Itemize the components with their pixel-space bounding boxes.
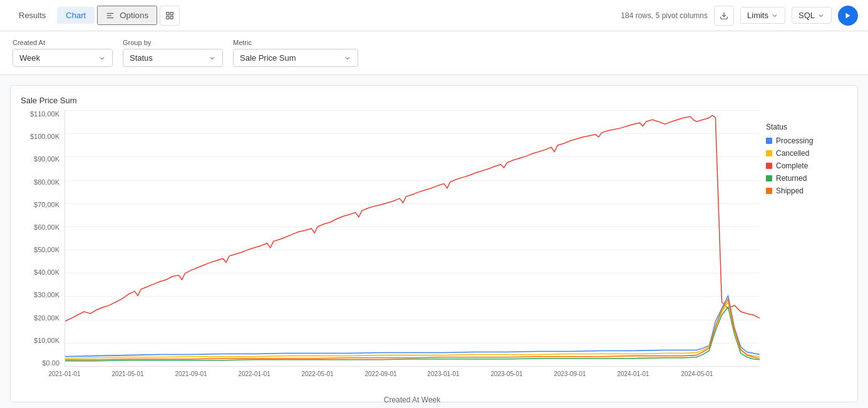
y-axis: $110,00K $100,00K $90,00K $80,00K $70,00… bbox=[21, 110, 65, 367]
x-axis-label: Created At Week bbox=[65, 395, 760, 404]
created-at-select[interactable]: Week bbox=[13, 49, 113, 67]
y-label-60: $60,00K bbox=[34, 223, 59, 231]
y-label-70: $70,00K bbox=[34, 201, 59, 208]
tab-group: Results Chart Options bbox=[10, 6, 180, 26]
cancelled-label: Cancelled bbox=[776, 149, 809, 158]
metric-chevron-icon bbox=[344, 54, 351, 62]
y-label-0: $0.00 bbox=[42, 359, 59, 367]
y-label-50: $50,00K bbox=[34, 246, 59, 253]
x-label-2022-01: 2022-01-01 bbox=[238, 370, 270, 377]
complete-line bbox=[65, 115, 760, 321]
group-by-chevron-icon bbox=[209, 54, 216, 62]
sql-label: SQL bbox=[798, 11, 815, 20]
run-icon bbox=[844, 12, 852, 19]
x-label-2023-01: 2023-01-01 bbox=[427, 370, 459, 377]
group-by-filter: Group by Status bbox=[123, 39, 223, 67]
run-btn[interactable] bbox=[838, 6, 858, 26]
legend-shipped: Shipped bbox=[766, 186, 847, 195]
options-label: Options bbox=[120, 11, 148, 20]
y-label-40: $40,00K bbox=[34, 268, 59, 276]
processing-line bbox=[65, 296, 760, 357]
metric-select[interactable]: Sale Price Sum bbox=[233, 49, 358, 67]
chart-svg bbox=[65, 110, 760, 366]
legend-complete: Complete bbox=[766, 161, 847, 170]
x-label-2022-05: 2022-05-01 bbox=[301, 370, 333, 377]
y-label-20: $20,00K bbox=[34, 314, 59, 322]
rows-info: 184 rows, 5 pivot columns bbox=[621, 11, 708, 20]
returned-dot bbox=[766, 175, 772, 181]
metric-filter: Metric Sale Price Sum bbox=[233, 39, 358, 67]
limits-chevron-icon bbox=[771, 12, 778, 19]
x-label-2022-09: 2022-09-01 bbox=[364, 370, 396, 377]
cancelled-dot bbox=[766, 150, 772, 156]
group-by-label: Group by bbox=[123, 39, 223, 46]
processing-label: Processing bbox=[776, 136, 813, 145]
y-label-30: $30,00K bbox=[34, 291, 59, 298]
compare-icon-btn[interactable] bbox=[160, 6, 180, 26]
y-label-110: $110,00K bbox=[30, 110, 59, 118]
download-icon bbox=[720, 11, 728, 20]
created-at-chevron-icon bbox=[98, 54, 106, 62]
legend-returned: Returned bbox=[766, 174, 847, 183]
svg-rect-4 bbox=[170, 12, 173, 14]
chart-title: Sale Price Sum bbox=[21, 96, 847, 105]
y-label-90: $90,00K bbox=[34, 155, 59, 163]
x-label-2021-05: 2021-05-01 bbox=[111, 370, 143, 377]
y-label-100: $100,00K bbox=[30, 133, 59, 140]
shipped-dot bbox=[766, 188, 772, 194]
metric-label: Metric bbox=[233, 39, 358, 46]
top-right: 184 rows, 5 pivot columns Limits SQL bbox=[621, 6, 858, 26]
plot-area bbox=[65, 110, 760, 367]
returned-label: Returned bbox=[776, 174, 807, 183]
download-btn[interactable] bbox=[714, 6, 734, 26]
filters-bar: Created At Week Group by Status Metric S… bbox=[0, 31, 868, 75]
svg-rect-6 bbox=[170, 16, 173, 19]
tab-options[interactable]: Options bbox=[97, 6, 157, 25]
svg-rect-5 bbox=[167, 16, 169, 19]
y-label-10: $10,00K bbox=[34, 337, 59, 344]
sql-btn[interactable]: SQL bbox=[792, 7, 832, 24]
group-by-select[interactable]: Status bbox=[123, 49, 223, 67]
legend: Status Processing Cancelled Complete Ret… bbox=[766, 123, 847, 199]
chart-area: $110,00K $100,00K $90,00K $80,00K $70,00… bbox=[21, 110, 847, 392]
compare-icon bbox=[165, 11, 174, 20]
legend-title: Status bbox=[766, 123, 847, 131]
created-at-label: Created At bbox=[13, 39, 113, 46]
shipped-label: Shipped bbox=[776, 186, 803, 195]
svg-marker-8 bbox=[846, 13, 850, 18]
svg-rect-3 bbox=[167, 12, 169, 14]
x-label-2023-09: 2023-09-01 bbox=[554, 370, 586, 377]
legend-processing: Processing bbox=[766, 136, 847, 145]
tab-results[interactable]: Results bbox=[10, 7, 54, 24]
complete-dot bbox=[766, 163, 772, 169]
created-at-value: Week bbox=[19, 53, 40, 63]
group-by-value: Status bbox=[130, 53, 153, 63]
x-label-2024-05: 2024-05-01 bbox=[681, 370, 713, 377]
x-label-2021-01: 2021-01-01 bbox=[48, 370, 80, 377]
limits-label: Limits bbox=[747, 11, 768, 20]
tab-chart[interactable]: Chart bbox=[57, 7, 95, 24]
y-label-80: $80,00K bbox=[34, 178, 59, 186]
processing-dot bbox=[766, 138, 772, 144]
x-axis: 2021-01-01 2021-05-01 2021-09-01 2022-01… bbox=[65, 367, 760, 392]
x-label-2024-01: 2024-01-01 bbox=[617, 370, 649, 377]
x-label-2023-05: 2023-05-01 bbox=[490, 370, 522, 377]
legend-cancelled: Cancelled bbox=[766, 149, 847, 158]
created-at-filter: Created At Week bbox=[13, 39, 113, 67]
limits-btn[interactable]: Limits bbox=[740, 7, 785, 24]
x-label-2021-09: 2021-09-01 bbox=[175, 370, 207, 377]
chart-container: Sale Price Sum $110,00K $100,00K $90,00K… bbox=[10, 85, 858, 402]
sql-chevron-icon bbox=[817, 12, 825, 19]
options-icon bbox=[106, 11, 115, 20]
top-bar: Results Chart Options 184 rows, 5 pivot … bbox=[0, 0, 868, 31]
complete-label: Complete bbox=[776, 161, 808, 170]
metric-value: Sale Price Sum bbox=[240, 53, 296, 63]
